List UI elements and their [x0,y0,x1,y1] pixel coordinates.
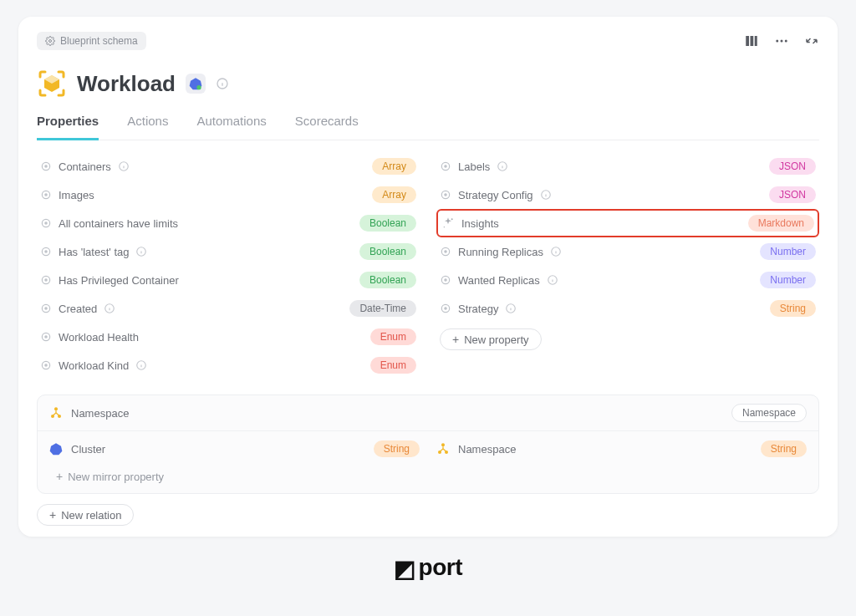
svg-point-28 [45,364,47,366]
property-name: Has Privileged Container [59,274,179,287]
property-row[interactable]: ContainersArray [37,152,420,181]
info-icon[interactable] [216,77,229,90]
relation-cluster-label: Cluster [71,443,105,456]
info-icon[interactable] [547,274,558,286]
kubernetes-icon [49,442,63,456]
property-name: Strategy Config [458,189,533,201]
type-pill-enum: Enum [370,357,416,374]
property-name: Created [59,303,97,315]
property-icon [440,303,451,314]
property-icon [40,246,52,257]
svg-point-31 [445,165,446,167]
svg-point-34 [445,194,446,196]
property-row[interactable]: ImagesArray [37,181,420,209]
svg-point-42 [445,279,446,281]
property-name: Insights [461,217,499,230]
plus-icon: + [452,333,459,346]
property-name: Containers [59,160,111,173]
kubernetes-badge [186,74,206,94]
property-name: Workload Health [59,331,139,344]
svg-point-8 [196,85,201,89]
type-pill-datetime: Date-Time [349,300,416,317]
info-icon[interactable] [550,246,562,257]
property-icon [40,331,52,343]
tab-properties[interactable]: Properties [37,114,99,140]
relation-namespace-badge[interactable]: Namespace [731,404,807,422]
property-icon [440,189,451,201]
svg-point-21 [45,279,47,281]
type-pill-string: String [374,440,420,457]
svg-point-4 [776,40,778,43]
svg-point-51 [441,443,445,446]
property-row[interactable]: All containers have limitsBoolean [37,209,420,237]
property-name: Images [59,189,94,201]
tabs: Properties Actions Automations Scorecard… [37,114,819,140]
property-name: All containers have limits [59,217,178,230]
property-row[interactable]: InsightsMarkdown [436,209,819,237]
gear-icon [45,36,55,46]
plus-icon: + [49,508,56,522]
property-name: Workload Kind [59,359,129,372]
type-pill-json: JSON [769,186,816,203]
type-pill-boolean: Boolean [359,215,416,232]
type-pill-string: String [770,300,816,317]
svg-marker-50 [50,443,63,455]
svg-point-16 [45,222,47,224]
svg-point-36 [451,218,453,220]
property-icon [40,189,52,201]
type-pill-number: Number [760,243,816,260]
collapse-icon[interactable] [804,33,819,48]
property-icon [40,160,52,172]
relation-namespace-label: Namespace [71,407,129,420]
svg-rect-3 [755,36,757,46]
info-icon[interactable] [505,303,517,314]
property-row[interactable]: Wanted ReplicasNumber [436,266,819,294]
property-row[interactable]: Workload KindEnum [37,351,420,379]
svg-point-37 [444,227,445,227]
property-row[interactable]: LabelsJSON [436,152,819,181]
property-icon [440,246,451,257]
svg-point-0 [49,40,52,43]
info-icon[interactable] [540,189,552,201]
tab-scorecards[interactable]: Scorecards [295,114,359,140]
svg-point-45 [445,308,446,309]
property-row[interactable]: Workload HealthEnum [37,323,420,351]
hierarchy-icon [436,442,450,456]
sparkle-icon [441,216,455,230]
new-mirror-property-button[interactable]: + New mirror property [38,465,818,493]
property-row[interactable]: Running ReplicasNumber [436,237,819,266]
info-icon[interactable] [118,160,130,172]
blueprint-schema-chip[interactable]: Blueprint schema [37,32,146,50]
info-icon[interactable] [497,160,508,172]
property-row[interactable]: CreatedDate-Time [37,294,420,323]
svg-point-18 [45,251,47,252]
property-row[interactable]: StrategyString [436,294,819,323]
property-icon [440,160,451,172]
type-pill-boolean: Boolean [359,243,416,260]
info-icon[interactable] [104,303,115,314]
plus-icon: + [56,470,63,483]
columns-icon[interactable] [744,33,759,48]
workload-icon [37,69,67,99]
relations-panel: Namespace Namespace Cluster String Names… [37,395,819,494]
info-icon[interactable] [135,246,147,257]
property-name: Labels [458,160,490,173]
info-icon[interactable] [135,359,147,371]
svg-point-11 [45,165,47,167]
type-pill-array: Array [372,158,416,175]
type-pill-enum: Enum [370,328,416,345]
page-title: Workload [77,71,176,97]
new-relation-button[interactable]: + New relation [37,504,134,526]
type-pill-string: String [761,440,807,457]
tab-actions[interactable]: Actions [127,114,168,140]
property-row[interactable]: Strategy ConfigJSON [436,181,819,209]
port-logo: ◩port [394,553,462,581]
new-property-button[interactable]: +New property [440,328,542,350]
property-row[interactable]: Has 'latest' tagBoolean [37,237,420,266]
hierarchy-icon [49,406,63,420]
type-pill-boolean: Boolean [359,272,416,288]
more-icon[interactable] [774,33,789,48]
property-row[interactable]: Has Privileged ContainerBoolean [37,266,420,294]
property-name: Has 'latest' tag [59,246,129,258]
tab-automations[interactable]: Automations [196,114,266,140]
